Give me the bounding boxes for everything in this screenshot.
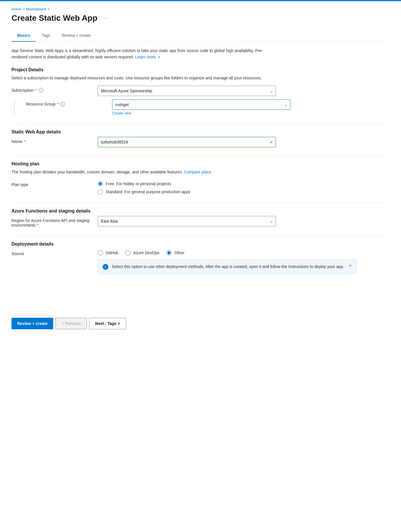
deployment-details-section: Deployment details Source GitHub Azure D… [11,242,390,274]
region-required: * [37,223,38,227]
breadcrumb: Home > Marketplace > [11,7,390,11]
name-label: Name * [11,137,92,144]
divider-3 [11,202,390,203]
source-control: GitHub Azure DevOps Other [98,249,276,255]
name-row: Name * ✓ [11,137,390,147]
divider-4 [11,236,390,236]
resource-group-info-icon[interactable]: i [60,102,65,106]
project-details-title: Project Details [11,67,390,72]
breadcrumb-home[interactable]: Home [11,7,22,11]
hosting-plan-desc: The hosting plan dictates your bandwidth… [11,169,390,175]
source-radio-group: GitHub Azure DevOps Other [98,249,276,255]
divider-2 [11,155,390,156]
region-row: Region for Azure Functions API and stagi… [11,216,390,227]
external-link-icon: ↗ [158,56,160,59]
bottom-actions: Review + create < Previous Next : Tags > [11,311,390,335]
info-box-text: Select this option to use other deployme… [112,264,352,270]
subscription-row: Subscription * i Microsoft Azure Sponsor… [11,86,390,96]
plan-standard-radio[interactable] [98,189,103,194]
plan-standard-label: Standard: For general purpose production… [106,190,190,194]
plan-type-label: Plan type [11,180,92,187]
source-azure-devops-label: Azure DevOps [133,250,160,255]
breadcrumb-marketplace[interactable]: Marketplace [26,7,46,11]
source-other-radio[interactable] [166,250,172,255]
source-label: Source [11,249,92,256]
next-button[interactable]: Next : Tags > [89,318,126,329]
description-text: App Service Static Web Apps is a streaml… [11,47,270,60]
source-github-radio[interactable] [98,250,103,255]
plan-free-label: Free: For hobby or personal projects [106,181,171,186]
static-web-app-title: Static Web App details [11,129,390,135]
name-required: * [24,139,25,144]
plan-standard-option[interactable]: Standard: For general purpose production… [98,189,276,194]
source-other-option[interactable]: Other [166,250,185,255]
plan-free-radio[interactable] [98,181,103,186]
plan-type-control: Free: For hobby or personal projects Sta… [98,180,276,194]
tab-review-create[interactable]: Review + create [56,30,97,42]
deployment-title: Deployment details [11,242,390,247]
create-new-link[interactable]: Create new [112,111,290,115]
learn-more-link[interactable]: Learn more [135,55,156,59]
previous-button[interactable]: < Previous [55,318,87,329]
source-github-label: GitHub [106,250,118,255]
azure-functions-title: Azure Functions and staging details [11,208,390,214]
plan-type-radio-group: Free: For hobby or personal projects Sta… [98,180,276,194]
info-box-close-button[interactable]: × [347,263,353,269]
region-control: East Asia [98,216,276,226]
info-box-wrapper: i Select this option to use other deploy… [98,259,356,274]
info-circle-icon: i [103,264,108,270]
subscription-required: * [35,88,37,93]
subscription-label: Subscription * i [11,86,92,93]
subscription-info-icon[interactable]: i [39,88,43,93]
name-control: ✓ [98,137,276,147]
plan-free-option[interactable]: Free: For hobby or personal projects [98,181,276,186]
valid-check-icon: ✓ [269,139,273,145]
resource-group-area: Resource Group * i rushget Create new [11,99,390,115]
tab-tags[interactable]: Tags [36,30,56,42]
project-details-section: Project Details Select a subscription to… [11,67,390,115]
plan-type-row: Plan type Free: For hobby or personal pr… [11,180,390,194]
more-options-button[interactable]: ··· [101,14,112,22]
source-azure-devops-option[interactable]: Azure DevOps [125,250,160,255]
divider-1 [11,123,390,124]
resource-group-control: rushget Create new [112,99,290,115]
source-github-option[interactable]: GitHub [98,250,118,255]
tab-basics[interactable]: Basics [11,30,36,42]
region-select[interactable]: East Asia [98,216,276,226]
source-other-label: Other [174,250,185,255]
subscription-select[interactable]: Microsoft Azure Sponsorship [98,86,276,96]
region-label: Region for Azure Functions API and stagi… [11,216,92,227]
name-input[interactable] [98,137,276,147]
source-row: Source GitHub Azure DevOps Other [11,249,390,256]
hosting-plan-title: Hosting plan [11,161,390,167]
tabs-container: Basics Tags Review + create [11,30,390,42]
page-title: Create Static Web App [11,14,97,23]
azure-functions-section: Azure Functions and staging details Regi… [11,208,390,227]
breadcrumb-sep2: > [47,7,50,11]
breadcrumb-sep1: > [23,7,25,11]
hosting-plan-section: Hosting plan The hosting plan dictates y… [11,161,390,194]
static-web-app-details-section: Static Web App details Name * ✓ [11,129,390,147]
review-create-button[interactable]: Review + create [11,318,53,329]
resource-group-select[interactable]: rushget [112,99,290,110]
subscription-control: Microsoft Azure Sponsorship [98,86,276,96]
compare-plans-link[interactable]: Compare plans [184,170,211,174]
project-details-desc: Select a subscription to manage deployed… [11,75,270,81]
resource-group-required: * [57,102,59,106]
info-box: i Select this option to use other deploy… [98,259,356,274]
source-azure-devops-radio[interactable] [125,250,131,255]
resource-group-label: Resource Group * i [26,99,106,106]
